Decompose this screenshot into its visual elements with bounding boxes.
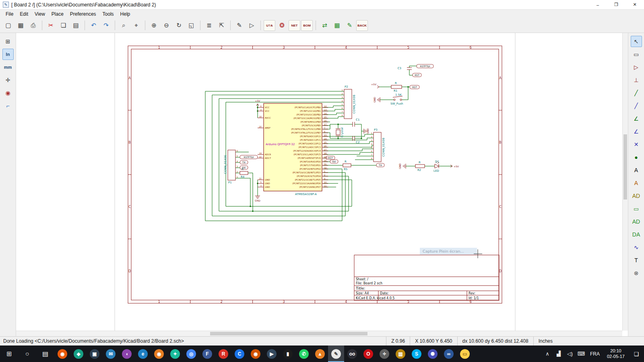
new-schematic-button[interactable]: ▢ — [2, 20, 14, 31]
page-settings-button[interactable]: ▦ — [15, 20, 27, 31]
taskbar-app-chrome[interactable]: ◎ — [183, 346, 199, 362]
taskbar-app-file-explorer[interactable]: ▭ — [457, 346, 473, 362]
taskbar-app-settings[interactable]: ✧ — [376, 346, 392, 362]
place-component-button[interactable]: ▷ — [631, 62, 642, 73]
print-button[interactable]: ⎙ — [27, 20, 39, 31]
minimize-button[interactable]: – — [588, 0, 607, 9]
place-power-port-button[interactable]: ⊥ — [631, 74, 642, 86]
toggle-grid-button[interactable]: ⊞ — [2, 36, 14, 47]
taskbar-app-cortana[interactable]: C — [231, 346, 248, 362]
vertical-scrollbar[interactable] — [622, 33, 628, 331]
global-label-button[interactable]: A — [631, 177, 642, 189]
menu-help[interactable]: Help — [117, 10, 134, 18]
delete-item-button[interactable]: ⊗ — [631, 267, 642, 279]
hidden-pins-button[interactable]: ◉ — [2, 87, 14, 99]
menu-file[interactable]: File — [2, 10, 17, 18]
erc-check-button[interactable]: ❂ — [276, 20, 288, 31]
graphic-line-button[interactable]: ∿ — [631, 242, 642, 253]
bus-to-bus-entry-button[interactable]: ∠ — [631, 126, 642, 137]
hierarchy-navigator-button[interactable]: ≣ — [203, 20, 215, 31]
horizontal-scrollbar-thumb[interactable] — [210, 332, 368, 335]
search-button[interactable]: ○ — [18, 346, 36, 362]
maximize-button[interactable]: ❐ — [607, 0, 625, 9]
redo-button[interactable]: ↷ — [100, 20, 112, 31]
taskbar-app-browser[interactable]: ◉ — [248, 346, 264, 362]
annotate-schematic-button[interactable]: U?A — [264, 20, 275, 31]
taskbar-app-media[interactable]: ▶ — [264, 346, 280, 362]
zoom-fit-button[interactable]: ◱ — [186, 20, 197, 31]
hv-wires-button[interactable]: ⌐ — [2, 100, 14, 111]
junction-button[interactable]: ● — [631, 152, 642, 163]
taskbar-app-firefox-dev[interactable]: ◉ — [151, 346, 167, 362]
menu-view[interactable]: View — [31, 10, 48, 18]
taskbar-app-discord[interactable]: ◖ — [119, 346, 135, 362]
run-pcbnew-button[interactable]: ▦ — [331, 20, 343, 31]
assign-footprints-button[interactable]: ⇄ — [319, 20, 330, 31]
taskbar-app-groove[interactable]: ∞ — [441, 346, 457, 362]
start-button[interactable]: ⊞ — [0, 346, 18, 362]
tray-volume[interactable]: ◁) — [564, 346, 576, 362]
close-button[interactable]: ✕ — [625, 0, 644, 9]
units-mm-button[interactable]: mm — [2, 62, 14, 73]
vertical-scrollbar-thumb[interactable] — [623, 134, 627, 200]
netlist-button[interactable]: NET — [289, 20, 300, 31]
taskbar-app-kicad-eeschema[interactable]: ✎ — [328, 346, 344, 362]
copy-button[interactable]: ❏ — [58, 20, 69, 31]
paste-button[interactable]: ▤ — [70, 20, 82, 31]
library-browser-button[interactable]: ▷ — [246, 20, 258, 31]
taskbar-app-archive[interactable]: ▥ — [392, 346, 409, 362]
taskbar-app-flickr[interactable]: oo — [344, 346, 360, 362]
find-replace-button[interactable]: ⌖ — [130, 20, 142, 31]
undo-button[interactable]: ↶ — [88, 20, 99, 31]
notifications-button[interactable]: ❏ — [629, 346, 644, 362]
taskbar-app-mail[interactable]: ✉ — [103, 346, 119, 362]
place-text-button[interactable]: T — [631, 255, 642, 266]
hierarchical-label-button[interactable]: AD — [631, 190, 642, 202]
find-button[interactable]: ⌕ — [118, 20, 130, 31]
zoom-in-button[interactable]: ⊕ — [148, 20, 160, 31]
taskbar-app-skype[interactable]: S — [409, 346, 425, 362]
menu-place[interactable]: Place — [48, 10, 67, 18]
tray-expand[interactable]: ∧ — [542, 346, 553, 362]
place-sheet-pin-button[interactable]: DA — [631, 229, 642, 240]
taskbar-app-photos[interactable]: ▣ — [87, 346, 103, 362]
language-indicator[interactable]: FRA — [587, 346, 603, 362]
zoom-redraw-button[interactable]: ↻ — [173, 20, 185, 31]
taskbar-app-teams[interactable]: ⚉ — [425, 346, 441, 362]
wire-to-bus-entry-button[interactable]: ∠ — [631, 113, 642, 124]
tray-keyboard[interactable]: ⌨ — [576, 346, 587, 362]
taskbar-app-whatsapp[interactable]: ✆ — [296, 346, 312, 362]
highlight-block-button[interactable]: ▭ — [631, 49, 642, 60]
taskbar-app-reader[interactable]: R — [215, 346, 231, 362]
tray-network[interactable]: ▟ — [553, 346, 564, 362]
zoom-out-button[interactable]: ⊖ — [161, 20, 172, 31]
menu-edit[interactable]: Edit — [17, 10, 31, 18]
menu-tools[interactable]: Tools — [99, 10, 117, 18]
bom-button[interactable]: BOM — [301, 20, 313, 31]
cut-button[interactable]: ✂ — [45, 20, 57, 31]
taskbar-app-opera[interactable]: O — [360, 346, 376, 362]
select-cursor-button[interactable]: ↖ — [631, 36, 642, 47]
task-view-button[interactable]: ▤ — [36, 346, 54, 362]
back-annotate-button[interactable]: BACK — [356, 20, 368, 31]
horizontal-scrollbar[interactable] — [16, 331, 622, 336]
schematic-canvas[interactable]: 112233445566AABBCCDD — [16, 33, 622, 331]
taskbar-app-spark[interactable]: ✦ — [167, 346, 183, 362]
taskbar-app-firefox[interactable]: ◉ — [54, 346, 70, 362]
taskbar-app-store[interactable]: ◆ — [70, 346, 87, 362]
leave-sheet-button[interactable]: ⇱ — [216, 20, 227, 31]
taskbar-app-facebook[interactable]: F — [199, 346, 215, 362]
taskbar-app-terminal[interactable]: ▮ — [280, 346, 296, 362]
taskbar-clock[interactable]: 20:10 02-05-17 — [603, 346, 629, 362]
no-connect-button[interactable]: ✕ — [631, 139, 642, 150]
menu-preferences[interactable]: Preferences — [67, 10, 99, 18]
footprint-editor-button[interactable]: ✎ — [344, 20, 355, 31]
cursor-shape-button[interactable]: ✛ — [2, 74, 14, 86]
taskbar-app-edge[interactable]: e — [135, 346, 151, 362]
net-label-button[interactable]: A — [631, 165, 642, 176]
import-sheet-pin-button[interactable]: AD — [631, 216, 642, 227]
place-bus-button[interactable]: ╱ — [631, 100, 642, 111]
taskbar-app-vlc[interactable]: ▲ — [312, 346, 328, 362]
units-inches-button[interactable]: In — [2, 49, 14, 60]
place-sheet-button[interactable]: ▭ — [631, 203, 642, 214]
